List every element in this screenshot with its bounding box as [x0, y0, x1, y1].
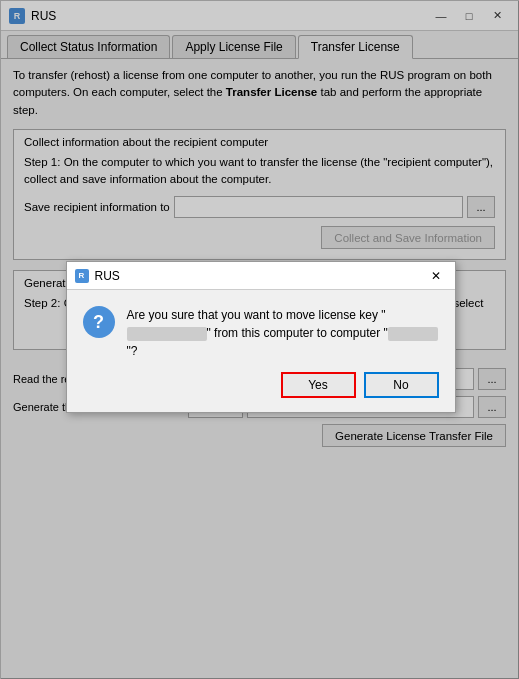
dialog-overlay: R RUS ✕ ? Are you sure that you want to … — [1, 1, 519, 679]
dialog: R RUS ✕ ? Are you sure that you want to … — [66, 261, 456, 413]
dialog-buttons: Yes No — [67, 372, 455, 412]
dialog-no-button[interactable]: No — [364, 372, 439, 398]
dialog-yes-button[interactable]: Yes — [281, 372, 356, 398]
main-window: R RUS — □ ✕ Collect Status Information A… — [0, 0, 519, 679]
dialog-close-button[interactable]: ✕ — [425, 267, 447, 285]
dialog-message: Are you sure that you want to move licen… — [127, 306, 439, 360]
redacted-computer — [388, 327, 438, 341]
redacted-key — [127, 327, 207, 341]
dialog-app-icon: R — [75, 269, 89, 283]
dialog-title: RUS — [95, 269, 425, 283]
dialog-question-icon: ? — [83, 306, 115, 338]
dialog-title-bar: R RUS ✕ — [67, 262, 455, 290]
dialog-body: ? Are you sure that you want to move lic… — [67, 290, 455, 372]
